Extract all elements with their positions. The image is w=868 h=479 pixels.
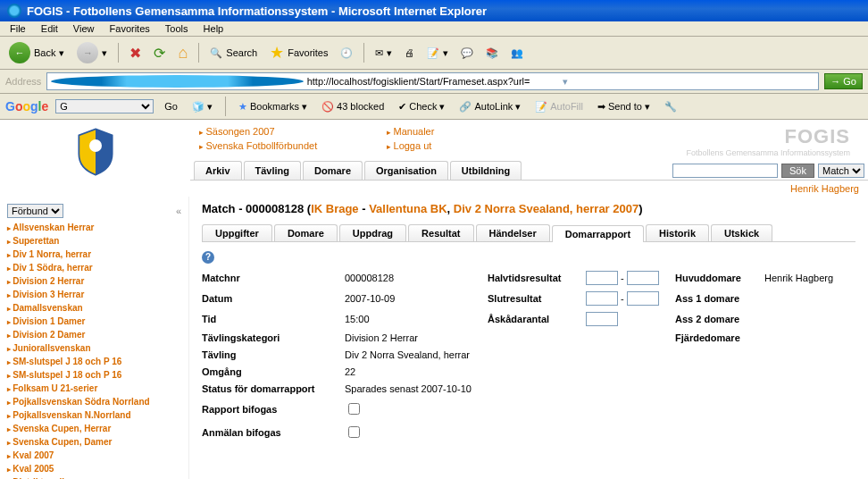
sidebar-link[interactable]: Kval 2005 xyxy=(7,463,181,476)
google-search-select[interactable]: G xyxy=(55,99,154,113)
sidebar-link[interactable]: Folksam U 21-serier xyxy=(7,382,181,396)
subtab-domare[interactable]: Domare xyxy=(274,224,338,241)
sidebar-link[interactable]: Kval 2007 xyxy=(7,450,181,463)
sidebar-link[interactable]: Juniorallsvenskan xyxy=(7,342,181,356)
tavling-label: Tävling xyxy=(202,349,345,360)
team1-link[interactable]: IK Brage xyxy=(311,202,358,215)
go-button[interactable]: → Go xyxy=(824,73,863,89)
home-button[interactable]: ⌂ xyxy=(174,42,191,64)
stop-button[interactable]: ✖ xyxy=(126,43,145,63)
sidebar-link[interactable]: Division 1 Damer xyxy=(7,315,181,329)
rapport-checkbox[interactable] xyxy=(348,403,360,415)
titlebar: FOGIS - Fotbollens Gemensamma Informatio… xyxy=(0,0,868,21)
back-button[interactable]: ← Back ▾ xyxy=(5,40,68,65)
halvtid-away-input[interactable] xyxy=(627,271,659,285)
slut-home-input[interactable] xyxy=(586,291,618,306)
menu-file[interactable]: File xyxy=(4,21,32,36)
check-button[interactable]: ✔ Check ▾ xyxy=(395,100,448,113)
address-input[interactable]: http://localhost/fogisklient/Start/Frame… xyxy=(46,72,819,90)
subtab-domarrapport[interactable]: Domarrapport xyxy=(552,225,644,242)
link-logout[interactable]: Logga ut xyxy=(387,139,574,154)
askadar-input[interactable] xyxy=(586,312,618,326)
search-input[interactable] xyxy=(672,164,778,178)
subtab-utskick[interactable]: Utskick xyxy=(711,224,772,241)
subtab-historik[interactable]: Historik xyxy=(646,224,709,241)
discuss-button[interactable]: 💬 xyxy=(457,46,477,61)
menu-favorites[interactable]: Favorites xyxy=(104,21,156,36)
collapse-icon[interactable]: « xyxy=(176,206,181,216)
google-go-button[interactable]: Go xyxy=(161,100,181,113)
google-more-button[interactable]: 🧊 ▾ xyxy=(188,100,216,113)
halvtid-label: Halvtidsresultat xyxy=(488,273,586,283)
sidebar-link[interactable]: Svenska Cupen, Herrar xyxy=(7,423,181,436)
window-title: FOGIS - Fotbollens Gemensamma Informatio… xyxy=(27,4,487,18)
anmalan-label: Anmälan bifogas xyxy=(202,427,345,438)
sidebar-link[interactable]: SM-slutspel J 18 och P 16 xyxy=(7,369,181,382)
chevron-down-icon[interactable]: ▾ xyxy=(563,76,814,88)
tab-organisation[interactable]: Organisation xyxy=(364,161,448,180)
forward-button[interactable]: → ▾ xyxy=(73,40,111,65)
menu-help[interactable]: Help xyxy=(197,21,230,36)
halvtid-inputs: - xyxy=(586,271,675,285)
menubar: File Edit View Favorites Tools Help xyxy=(0,21,868,37)
search-button[interactable]: Sök xyxy=(781,164,814,178)
menu-tools[interactable]: Tools xyxy=(159,21,195,36)
sidebar-link[interactable]: SM-slutspel J 18 och P 16 xyxy=(7,356,181,369)
refresh-button[interactable]: ⟳ xyxy=(150,43,169,63)
datum-value: 2007-10-09 xyxy=(345,293,488,304)
sidebar-link[interactable]: Division 2 Damer xyxy=(7,329,181,342)
subtab-uppgifter[interactable]: Uppgifter xyxy=(202,224,272,241)
tab-tavling[interactable]: Tävling xyxy=(244,161,302,180)
sidebar-link[interactable]: Division 3 Herrar xyxy=(7,289,181,302)
tab-arkiv[interactable]: Arkiv xyxy=(194,161,242,180)
blocked-button[interactable]: 🚫 43 blocked xyxy=(318,100,388,113)
address-label: Address xyxy=(5,76,41,87)
autolink-button[interactable]: 🔗 AutoLink ▾ xyxy=(455,100,524,113)
team2-link[interactable]: Vallentuna BK xyxy=(369,202,447,215)
search-mode-select[interactable]: Match xyxy=(818,164,864,178)
sidebar-link[interactable]: Pojkallsvenskan N.Norrland xyxy=(7,409,181,423)
sidebar-link[interactable]: Superettan xyxy=(7,235,181,248)
sidebar-select[interactable]: Förbund xyxy=(7,204,63,218)
slut-away-input[interactable] xyxy=(627,291,659,306)
messenger-button[interactable]: 👥 xyxy=(507,46,527,61)
settings-button[interactable]: 🔧 xyxy=(661,100,680,113)
favorites-button[interactable]: ★ Favorites xyxy=(266,41,331,64)
anmalan-checkbox[interactable] xyxy=(348,426,360,438)
sidebar-link[interactable]: Div 1 Södra, herrar xyxy=(7,262,181,275)
omgang-value: 22 xyxy=(345,366,855,377)
sidebar-link[interactable]: Div 1 Norra, herrar xyxy=(7,248,181,262)
star-icon: ★ xyxy=(238,101,247,113)
sidebar-link[interactable]: Division 2 Herrar xyxy=(7,275,181,289)
edit-button[interactable]: 📝▾ xyxy=(423,46,452,61)
menu-view[interactable]: View xyxy=(67,21,101,36)
autofill-button[interactable]: 📝 AutoFill xyxy=(531,100,587,113)
matchnr-label: Matchnr xyxy=(202,273,345,283)
menu-edit[interactable]: Edit xyxy=(35,21,64,36)
omgang-label: Omgång xyxy=(202,366,345,377)
search-button[interactable]: 🔍 Search xyxy=(206,46,261,61)
tab-utbildning[interactable]: Utbildning xyxy=(450,161,522,180)
subtab-uppdrag[interactable]: Uppdrag xyxy=(339,224,406,241)
sidebar-link[interactable]: Pojkallsvenskan Södra Norrland xyxy=(7,396,181,409)
tab-domare[interactable]: Domare xyxy=(303,161,363,180)
sendto-button[interactable]: ➡ Send to▾ xyxy=(594,100,654,113)
link-season[interactable]: Säsongen 2007 xyxy=(199,125,387,139)
subtab-resultat[interactable]: Resultat xyxy=(408,224,473,241)
bookmarks-button[interactable]: ★Bookmarks▾ xyxy=(235,100,311,113)
subtab-handelser[interactable]: Händelser xyxy=(476,224,550,241)
mail-button[interactable]: ✉▾ xyxy=(371,46,396,61)
link-svff[interactable]: Svenska Fotbollförbundet xyxy=(199,139,387,154)
sidebar-link[interactable]: Damallsvenskan xyxy=(7,302,181,315)
league-link[interactable]: Div 2 Norra Svealand, herrar 2007 xyxy=(454,202,638,215)
sidebar-link[interactable]: Svenska Cupen, Damer xyxy=(7,436,181,450)
print-button[interactable]: 🖨 xyxy=(401,46,418,60)
kat-value: Division 2 Herrar xyxy=(345,332,488,343)
help-icon[interactable]: ? xyxy=(202,251,214,264)
history-button[interactable]: 🕘 xyxy=(337,46,356,61)
rapport-label: Rapport bifogas xyxy=(202,404,345,415)
sidebar-link[interactable]: Allsvenskan Herrar xyxy=(7,222,181,235)
link-manuals[interactable]: Manualer xyxy=(387,125,574,139)
halvtid-home-input[interactable] xyxy=(586,271,618,285)
research-button[interactable]: 📚 xyxy=(482,46,502,61)
